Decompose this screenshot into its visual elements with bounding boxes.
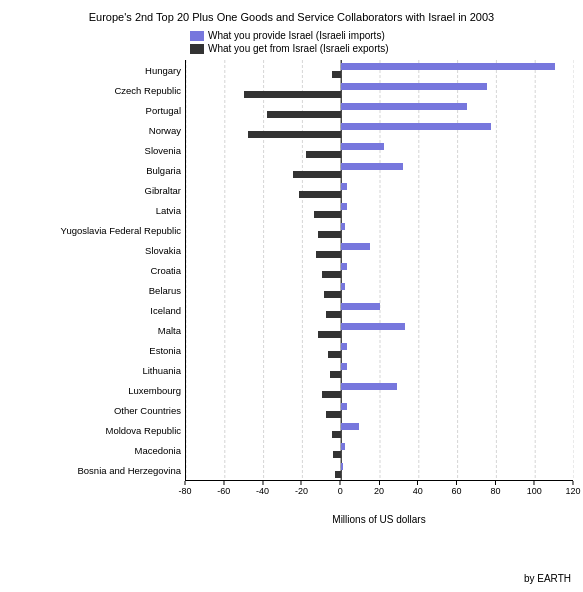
bar-blue	[341, 463, 343, 470]
bar-blue	[341, 163, 403, 170]
x-tick-label: -40	[256, 486, 269, 496]
chart-container: Europe's 2nd Top 20 Plus One Goods and S…	[0, 0, 583, 592]
bar-dark	[332, 431, 342, 438]
x-tick-line	[184, 481, 185, 485]
x-tick-label: 20	[374, 486, 384, 496]
bar-blue	[341, 343, 347, 350]
x-tick-label: 40	[413, 486, 423, 496]
x-tick-label: 100	[527, 486, 542, 496]
bar-blue	[341, 423, 358, 430]
y-label: Lithuania	[10, 360, 185, 380]
bar-dark	[316, 251, 341, 258]
legend-dark-label: What you get from Israel (Israeli export…	[208, 43, 389, 54]
x-tick-label: -20	[295, 486, 308, 496]
bar-dark	[248, 131, 341, 138]
bar-blue	[341, 223, 345, 230]
by-earth-label: by EARTH	[524, 573, 571, 584]
bar-dark	[267, 111, 341, 118]
y-label: Other Countries	[10, 400, 185, 420]
bar-dark	[244, 91, 341, 98]
y-label: Macedonia	[10, 440, 185, 460]
x-tick-label: 0	[338, 486, 343, 496]
y-label: Malta	[10, 320, 185, 340]
bar-blue	[341, 183, 347, 190]
y-label: Latvia	[10, 200, 185, 220]
x-tick-line	[301, 481, 302, 485]
legend-dark: What you get from Israel (Israeli export…	[190, 43, 389, 54]
x-tick-line	[456, 481, 457, 485]
x-tick: -80	[178, 481, 191, 496]
x-tick-label: -60	[217, 486, 230, 496]
chart-title: Europe's 2nd Top 20 Plus One Goods and S…	[10, 10, 573, 24]
y-label: Luxembourg	[10, 380, 185, 400]
x-tick: 60	[452, 481, 462, 496]
bars-area	[185, 60, 573, 480]
bar-blue	[341, 243, 370, 250]
x-tick-line	[573, 481, 574, 485]
x-tick: 20	[374, 481, 384, 496]
y-label: Hungary	[10, 60, 185, 80]
bar-dark	[326, 311, 342, 318]
bar-dark	[330, 371, 342, 378]
chart-body: HungaryCzech RepublicPortugalNorwaySlove…	[10, 60, 573, 480]
bar-blue	[341, 403, 347, 410]
bar-blue	[341, 263, 347, 270]
x-tick-line	[223, 481, 224, 485]
x-tick-line	[340, 481, 341, 485]
legend-blue-box	[190, 31, 204, 41]
x-tick-label: 60	[452, 486, 462, 496]
bar-blue	[341, 203, 347, 210]
bar-blue	[341, 123, 490, 130]
bar-blue	[341, 303, 380, 310]
x-tick: 80	[490, 481, 500, 496]
y-labels: HungaryCzech RepublicPortugalNorwaySlove…	[10, 60, 185, 480]
y-label: Moldova Republic	[10, 420, 185, 440]
x-tick: 40	[413, 481, 423, 496]
y-label: Slovenia	[10, 140, 185, 160]
x-tick: 100	[527, 481, 542, 496]
bar-dark	[326, 411, 342, 418]
legend-blue-label: What you provide Israel (Israeli imports…	[208, 30, 385, 41]
y-label: Estonia	[10, 340, 185, 360]
bar-blue	[341, 63, 554, 70]
y-label: Iceland	[10, 300, 185, 320]
bar-blue	[341, 143, 384, 150]
x-tick-line	[495, 481, 496, 485]
y-label: Belarus	[10, 280, 185, 300]
y-label: Yugoslavia Federal Republic	[10, 220, 185, 240]
bar-blue	[341, 443, 345, 450]
x-tick-line	[378, 481, 379, 485]
y-label: Slovakia	[10, 240, 185, 260]
bar-dark	[324, 291, 341, 298]
bar-dark	[322, 391, 341, 398]
bar-blue	[341, 323, 405, 330]
x-tick-label: -80	[178, 486, 191, 496]
x-tick: -40	[256, 481, 269, 496]
bar-blue	[341, 383, 397, 390]
x-axis: -80-60-40-20020406080100120	[185, 480, 573, 500]
bar-dark	[335, 471, 341, 478]
bar-dark	[318, 231, 341, 238]
y-label: Bulgaria	[10, 160, 185, 180]
bar-dark	[322, 271, 341, 278]
y-label: Gibraltar	[10, 180, 185, 200]
x-tick-line	[534, 481, 535, 485]
bar-dark	[328, 351, 342, 358]
legend: What you provide Israel (Israeli imports…	[190, 30, 573, 56]
bar-dark	[314, 211, 341, 218]
x-tick: 120	[565, 481, 580, 496]
bar-blue	[341, 283, 345, 290]
x-tick: -60	[217, 481, 230, 496]
bar-dark	[332, 71, 342, 78]
legend-dark-box	[190, 44, 204, 54]
bar-dark	[293, 171, 342, 178]
x-tick-label: 120	[565, 486, 580, 496]
bar-dark	[318, 331, 341, 338]
y-label: Portugal	[10, 100, 185, 120]
x-tick-label: 80	[490, 486, 500, 496]
bar-dark	[306, 151, 341, 158]
legend-blue: What you provide Israel (Israeli imports…	[190, 30, 385, 41]
x-tick: 0	[338, 481, 343, 496]
y-label: Czech Republic	[10, 80, 185, 100]
y-label: Bosnia and Herzegovina	[10, 460, 185, 480]
